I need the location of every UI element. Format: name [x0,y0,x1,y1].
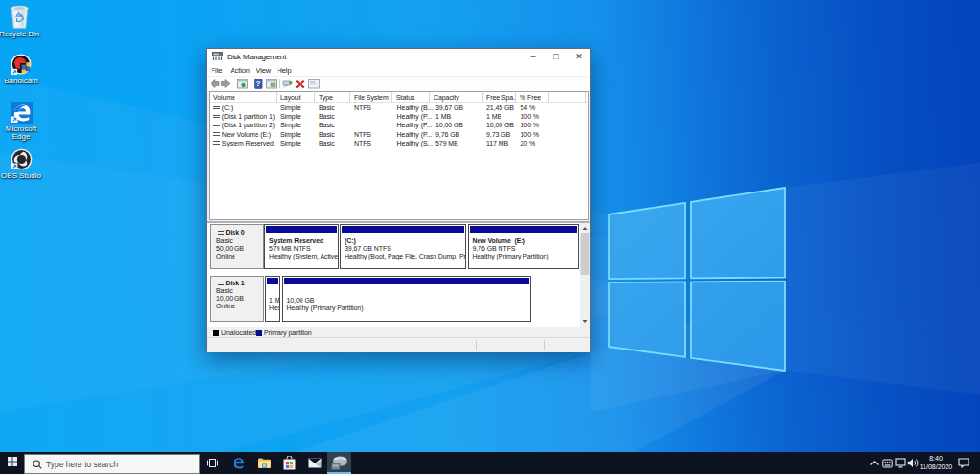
svg-text:?: ? [256,79,260,88]
